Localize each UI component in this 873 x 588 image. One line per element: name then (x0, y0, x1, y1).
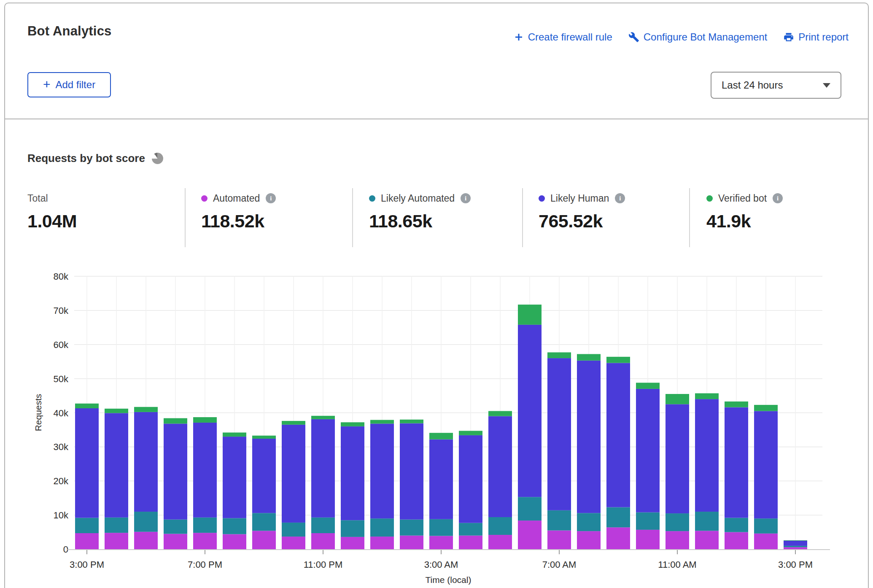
bar-segment-verified-bot[interactable] (606, 357, 630, 363)
bar-segment-likely-human[interactable] (784, 541, 807, 546)
print-report-link[interactable]: Print report (783, 31, 849, 43)
bar-segment-automated[interactable] (725, 532, 748, 549)
bar-segment-verified-bot[interactable] (341, 422, 364, 426)
bar-segment-automated[interactable] (636, 530, 660, 549)
bar-segment-likely-human[interactable] (518, 325, 542, 497)
bar-segment-automated[interactable] (282, 537, 305, 549)
info-icon[interactable]: i (773, 193, 783, 203)
bar-segment-likely-automated[interactable] (282, 523, 305, 537)
bar-segment-automated[interactable] (134, 532, 158, 549)
bar-segment-verified-bot[interactable] (754, 405, 778, 411)
bar-segment-likely-automated[interactable] (518, 497, 542, 521)
bar-segment-likely-human[interactable] (754, 411, 778, 518)
bar-segment-verified-bot[interactable] (193, 417, 217, 423)
bar-segment-likely-human[interactable] (311, 419, 335, 518)
bar-segment-verified-bot[interactable] (223, 432, 246, 437)
bar-segment-likely-automated[interactable] (341, 520, 364, 537)
bar-segment-automated[interactable] (223, 534, 246, 549)
bar-segment-likely-human[interactable] (370, 423, 394, 518)
time-range-select[interactable]: Last 24 hours (711, 72, 841, 99)
bar-segment-likely-automated[interactable] (193, 518, 217, 533)
bar-segment-automated[interactable] (754, 534, 778, 549)
bar-segment-verified-bot[interactable] (75, 404, 99, 408)
bar-segment-verified-bot[interactable] (105, 409, 128, 413)
bar-segment-automated[interactable] (429, 536, 453, 549)
bar-segment-likely-automated[interactable] (636, 512, 660, 530)
bar-segment-likely-human[interactable] (164, 423, 187, 519)
bar-segment-likely-human[interactable] (636, 389, 660, 512)
bar-segment-automated[interactable] (695, 531, 719, 549)
bar-segment-verified-bot[interactable] (311, 416, 335, 419)
bar-segment-verified-bot[interactable] (459, 431, 482, 435)
bar-segment-verified-bot[interactable] (784, 540, 807, 541)
bar-segment-verified-bot[interactable] (695, 393, 719, 399)
bar-segment-likely-human[interactable] (400, 423, 423, 520)
bar-segment-likely-automated[interactable] (577, 513, 601, 531)
bar-segment-likely-automated[interactable] (666, 513, 689, 531)
configure-bot-management-link[interactable]: Configure Bot Management (628, 31, 768, 43)
bar-segment-likely-human[interactable] (606, 363, 630, 507)
add-filter-button[interactable]: + Add filter (27, 72, 111, 97)
bar-segment-likely-human[interactable] (75, 408, 99, 518)
bar-segment-likely-automated[interactable] (488, 517, 512, 535)
bar-segment-likely-automated[interactable] (429, 519, 453, 536)
bar-segment-verified-bot[interactable] (518, 305, 542, 325)
bar-segment-likely-human[interactable] (282, 425, 305, 523)
bar-segment-likely-automated[interactable] (459, 523, 482, 536)
bar-segment-verified-bot[interactable] (164, 418, 187, 423)
bar-segment-automated[interactable] (164, 534, 187, 549)
bar-segment-automated[interactable] (400, 536, 423, 549)
bar-segment-automated[interactable] (606, 527, 630, 549)
bar-segment-automated[interactable] (311, 533, 335, 549)
bar-segment-likely-human[interactable] (252, 439, 276, 513)
bar-segment-verified-bot[interactable] (252, 436, 276, 439)
bar-segment-likely-human[interactable] (666, 404, 689, 513)
bar-segment-likely-automated[interactable] (695, 512, 719, 531)
bar-segment-automated[interactable] (784, 547, 807, 549)
bar-segment-likely-human[interactable] (547, 358, 571, 510)
bar-segment-automated[interactable] (252, 531, 276, 549)
bar-segment-likely-automated[interactable] (606, 507, 630, 528)
bar-segment-automated[interactable] (577, 531, 601, 549)
bar-segment-likely-human[interactable] (459, 435, 482, 523)
bar-segment-automated[interactable] (547, 531, 571, 549)
bar-segment-likely-automated[interactable] (75, 518, 99, 533)
bar-segment-likely-automated[interactable] (370, 518, 394, 537)
bar-segment-likely-automated[interactable] (105, 518, 128, 533)
bar-segment-automated[interactable] (459, 536, 482, 549)
bar-segment-likely-human[interactable] (725, 407, 748, 518)
bar-segment-likely-human[interactable] (193, 423, 217, 518)
bar-segment-likely-automated[interactable] (164, 520, 187, 534)
info-icon[interactable]: i (266, 193, 276, 203)
bar-segment-automated[interactable] (370, 537, 394, 549)
info-icon[interactable]: i (461, 193, 471, 203)
create-firewall-rule-link[interactable]: Create firewall rule (514, 31, 612, 43)
bar-segment-likely-human[interactable] (429, 440, 453, 519)
bar-segment-verified-bot[interactable] (547, 352, 571, 358)
bar-segment-likely-human[interactable] (341, 426, 364, 520)
bar-segment-likely-automated[interactable] (311, 518, 335, 533)
bar-segment-likely-automated[interactable] (754, 518, 778, 534)
bar-segment-likely-automated[interactable] (134, 512, 158, 532)
bar-segment-automated[interactable] (341, 537, 364, 549)
bar-segment-likely-automated[interactable] (547, 510, 571, 531)
bar-segment-verified-bot[interactable] (725, 402, 748, 407)
bar-segment-verified-bot[interactable] (577, 354, 601, 360)
bar-segment-verified-bot[interactable] (282, 421, 305, 425)
bar-segment-automated[interactable] (105, 533, 128, 549)
bar-segment-likely-automated[interactable] (252, 513, 276, 531)
bar-segment-automated[interactable] (75, 533, 99, 549)
bar-segment-likely-automated[interactable] (784, 546, 807, 547)
bar-segment-automated[interactable] (666, 531, 689, 549)
bar-segment-verified-bot[interactable] (666, 394, 689, 404)
bar-segment-likely-human[interactable] (105, 413, 128, 517)
bar-segment-verified-bot[interactable] (488, 411, 512, 416)
bar-segment-likely-human[interactable] (223, 437, 246, 518)
bar-segment-likely-human[interactable] (695, 399, 719, 512)
bar-segment-verified-bot[interactable] (636, 383, 660, 389)
bar-segment-verified-bot[interactable] (370, 420, 394, 423)
bar-segment-verified-bot[interactable] (400, 420, 423, 423)
bar-segment-likely-human[interactable] (488, 416, 512, 517)
bar-segment-verified-bot[interactable] (134, 407, 158, 412)
bar-segment-likely-automated[interactable] (400, 520, 423, 536)
